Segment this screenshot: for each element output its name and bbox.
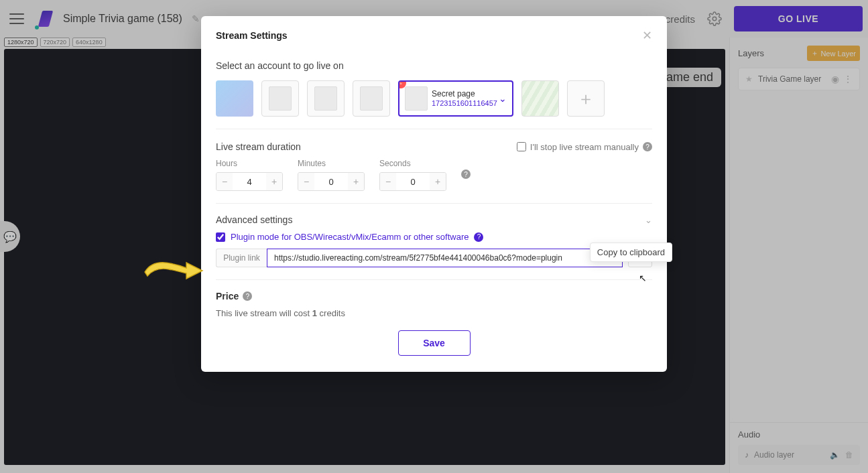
- save-button[interactable]: Save: [398, 330, 471, 356]
- manual-stop-input[interactable]: [517, 142, 526, 151]
- plugin-mode-label: Plugin mode for OBS/Wirecast/vMix/Ecamm …: [231, 232, 469, 242]
- manual-stop-text: I'll stop live stream manually: [530, 142, 639, 152]
- seconds-stepper[interactable]: − +: [379, 172, 446, 191]
- help-icon[interactable]: ?: [474, 232, 483, 242]
- account-name: Secret page: [432, 90, 499, 98]
- chevron-down-icon[interactable]: ⌄: [645, 215, 652, 225]
- plugin-mode-checkbox[interactable]: [216, 232, 225, 242]
- modal-title: Stream Settings: [216, 30, 288, 41]
- copy-tooltip: Copy to clipboard: [590, 243, 672, 262]
- account-option[interactable]: [216, 80, 253, 117]
- account-option[interactable]: [521, 80, 559, 117]
- account-selected[interactable]: ◦ Secret page 1723151601116457 ⌄: [398, 80, 513, 117]
- increment-button[interactable]: +: [430, 173, 446, 190]
- hours-label: Hours: [216, 159, 283, 168]
- help-icon[interactable]: ?: [243, 291, 252, 301]
- section-account-label: Select an account to go live on: [216, 60, 652, 71]
- plugin-link-input[interactable]: [267, 249, 623, 267]
- decrement-button[interactable]: −: [298, 173, 314, 190]
- plugin-link-label: Plugin link: [216, 249, 267, 267]
- close-icon[interactable]: ✕: [642, 28, 652, 43]
- stream-settings-modal: Stream Settings ✕ Select an account to g…: [201, 16, 667, 372]
- increment-button[interactable]: +: [266, 173, 282, 190]
- add-account-button[interactable]: ＋: [567, 80, 605, 117]
- hours-input[interactable]: [233, 173, 266, 190]
- hours-stepper[interactable]: − +: [216, 172, 283, 191]
- section-duration-label: Live stream duration: [216, 141, 301, 152]
- minutes-input[interactable]: [314, 173, 348, 190]
- modal-overlay: Stream Settings ✕ Select an account to g…: [0, 0, 868, 473]
- help-icon[interactable]: ?: [461, 170, 471, 179]
- chevron-down-icon[interactable]: ⌄: [499, 93, 507, 104]
- advanced-settings-label: Advanced settings: [216, 214, 292, 225]
- account-thumb: [405, 86, 428, 111]
- account-id: 1723151601116457: [432, 99, 499, 107]
- decrement-button[interactable]: −: [380, 173, 396, 190]
- price-text: This live stream will cost 1 credits: [216, 308, 652, 318]
- increment-button[interactable]: +: [348, 173, 364, 190]
- price-title: Price: [216, 291, 239, 301]
- seconds-input[interactable]: [396, 173, 430, 190]
- plugin-mode-row: Plugin mode for OBS/Wirecast/vMix/Ecamm …: [216, 232, 652, 242]
- plugin-link-row: Plugin link: [216, 249, 652, 280]
- account-option[interactable]: [353, 80, 390, 117]
- account-option[interactable]: [261, 80, 299, 117]
- accounts-row: ◦ Secret page 1723151601116457 ⌄ ＋: [216, 80, 652, 129]
- decrement-button[interactable]: −: [216, 173, 233, 190]
- help-icon[interactable]: ?: [643, 142, 652, 151]
- account-option[interactable]: [307, 80, 345, 117]
- seconds-label: Seconds: [379, 159, 446, 168]
- manual-stop-checkbox[interactable]: I'll stop live stream manually ?: [517, 142, 652, 152]
- minutes-stepper[interactable]: − +: [298, 172, 365, 191]
- minutes-label: Minutes: [298, 159, 365, 168]
